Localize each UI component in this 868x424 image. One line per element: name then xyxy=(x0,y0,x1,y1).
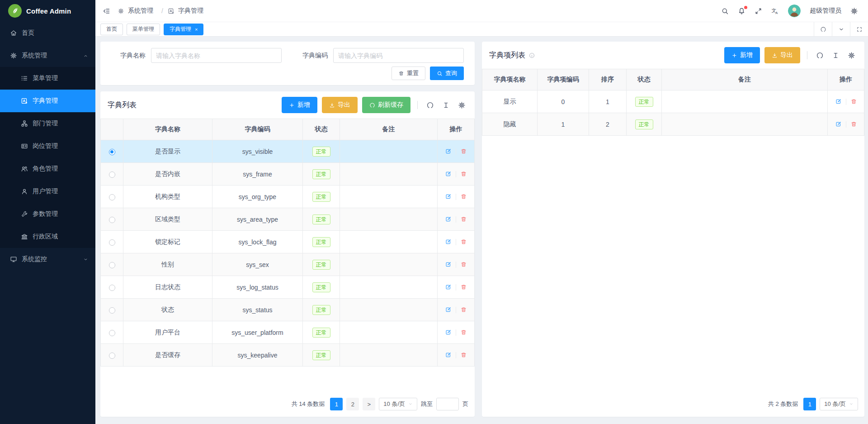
trash-icon[interactable] xyxy=(460,261,467,268)
trash-icon[interactable] xyxy=(460,216,467,223)
dict-code-input[interactable] xyxy=(333,48,464,63)
close-icon[interactable]: × xyxy=(195,27,198,32)
sidebar-item-menu[interactable]: 菜单管理 xyxy=(0,67,95,90)
edit-icon[interactable] xyxy=(445,306,452,313)
tab-menu-chevron-icon[interactable] xyxy=(832,22,850,36)
maximize-content-icon[interactable] xyxy=(850,22,868,36)
row-radio[interactable] xyxy=(109,217,115,223)
trash-icon[interactable] xyxy=(460,306,467,313)
trash-icon[interactable] xyxy=(460,238,467,245)
next-page-button[interactable]: > xyxy=(363,398,375,410)
info-icon[interactable] xyxy=(528,52,535,59)
sidebar-item-role[interactable]: 角色管理 xyxy=(0,157,95,180)
sidebar: Coffee Admin 首页系统管理菜单管理字典管理部门管理岗位管理角色管理用… xyxy=(0,0,95,424)
fullscreen-icon[interactable] xyxy=(755,7,762,15)
page-button-1[interactable]: 1 xyxy=(803,398,816,410)
status-cell: 正常 xyxy=(303,208,340,231)
row-actions xyxy=(440,261,472,268)
edit-icon[interactable] xyxy=(445,352,452,358)
translate-icon[interactable]: 文A xyxy=(771,7,779,15)
page-button-2[interactable]: 2 xyxy=(346,398,359,410)
export-dict-item-button[interactable]: 导出 xyxy=(764,47,800,63)
edit-icon[interactable] xyxy=(445,148,452,155)
sidebar-item-region[interactable]: 行政区域 xyxy=(0,225,95,248)
edit-icon[interactable] xyxy=(445,329,452,336)
trash-icon[interactable] xyxy=(850,98,857,105)
sidebar-item-param[interactable]: 参数管理 xyxy=(0,203,95,225)
add-dict-button[interactable]: 新增 xyxy=(282,97,317,113)
refresh-table-icon[interactable] xyxy=(426,101,434,109)
jump-page-input[interactable] xyxy=(436,398,459,410)
page-size-select[interactable]: 10 条/页 xyxy=(379,398,417,410)
column-settings-icon[interactable] xyxy=(848,52,855,59)
sidebar-item-system[interactable]: 系统管理 xyxy=(0,44,95,67)
row-radio[interactable] xyxy=(109,262,115,268)
trash-icon[interactable] xyxy=(460,329,467,336)
sidebar-item-home[interactable]: 首页 xyxy=(0,22,95,44)
row-radio[interactable] xyxy=(109,194,115,200)
trash-icon[interactable] xyxy=(460,284,467,291)
tab-菜单管理[interactable]: 菜单管理 xyxy=(127,24,160,35)
sidebar-item-dept[interactable]: 部门管理 xyxy=(0,112,95,135)
export-dict-button[interactable]: 导出 xyxy=(322,97,358,113)
edit-icon[interactable] xyxy=(445,171,452,177)
status-badge: 正常 xyxy=(312,328,330,338)
svg-text:A: A xyxy=(775,11,778,15)
refresh-table-icon[interactable] xyxy=(816,52,824,59)
edit-icon[interactable] xyxy=(835,98,842,105)
settings-gear-icon[interactable] xyxy=(850,7,858,15)
trash-icon[interactable] xyxy=(850,121,857,128)
remark-cell xyxy=(340,321,438,344)
edit-icon[interactable] xyxy=(445,238,452,245)
search-icon[interactable] xyxy=(721,7,729,15)
trash-icon[interactable] xyxy=(460,193,467,200)
trash-icon xyxy=(398,71,404,76)
table-row: 显示01正常 xyxy=(482,91,864,113)
sidebar-item-monitor[interactable]: 系统监控 xyxy=(0,248,95,271)
sidebar-item-post[interactable]: 岗位管理 xyxy=(0,135,95,157)
breadcrumb-section[interactable]: 系统管理 xyxy=(128,7,153,15)
tab-首页[interactable]: 首页 xyxy=(100,24,123,35)
avatar[interactable] xyxy=(788,5,801,17)
row-radio[interactable] xyxy=(109,285,115,291)
trash-icon[interactable] xyxy=(460,148,467,155)
current-username[interactable]: 超级管理员 xyxy=(810,7,841,15)
notification-bell-icon[interactable] xyxy=(738,7,745,15)
dict-name-input[interactable] xyxy=(151,48,282,63)
status-cell: 正常 xyxy=(303,231,340,253)
sidebar-item-dict[interactable]: 字典管理 xyxy=(0,90,95,112)
row-height-icon[interactable] xyxy=(442,101,450,109)
edit-icon[interactable] xyxy=(445,193,452,200)
page-button-1[interactable]: 1 xyxy=(330,398,343,410)
row-height-icon[interactable] xyxy=(832,52,840,59)
action-divider xyxy=(456,216,456,223)
query-button[interactable]: 查询 xyxy=(430,67,464,80)
tab-字典管理[interactable]: 字典管理× xyxy=(164,24,203,35)
page-size-select[interactable]: 10 条/页 xyxy=(820,398,858,410)
reset-button[interactable]: 重置 xyxy=(392,67,425,80)
edit-icon[interactable] xyxy=(445,261,452,268)
row-actions xyxy=(440,284,472,291)
table-row: 是否显示sys_visible正常 xyxy=(101,140,475,163)
dict-name-cell: 状态 xyxy=(123,299,212,321)
refresh-cache-button[interactable]: 刷新缓存 xyxy=(362,97,410,113)
row-radio[interactable] xyxy=(109,149,115,155)
row-radio[interactable] xyxy=(109,330,115,336)
row-radio[interactable] xyxy=(109,239,115,246)
table-row: 机构类型sys_org_type正常 xyxy=(101,186,475,208)
collapse-menu-icon[interactable] xyxy=(103,7,110,15)
row-radio[interactable] xyxy=(109,307,115,314)
edit-icon[interactable] xyxy=(445,216,452,223)
row-radio[interactable] xyxy=(109,353,115,359)
refresh-tab-icon[interactable] xyxy=(814,22,832,36)
column-settings-icon[interactable] xyxy=(458,101,466,109)
trash-icon[interactable] xyxy=(460,171,467,177)
add-dict-item-button[interactable]: 新增 xyxy=(724,47,760,63)
trash-icon[interactable] xyxy=(460,352,467,358)
sidebar-item-user[interactable]: 用户管理 xyxy=(0,180,95,203)
dict-code-group: 字典编码 xyxy=(293,48,464,63)
edit-icon[interactable] xyxy=(445,284,452,291)
row-radio[interactable] xyxy=(109,172,115,178)
dict-name-cell: 区域类型 xyxy=(123,208,212,231)
edit-icon[interactable] xyxy=(835,121,842,128)
